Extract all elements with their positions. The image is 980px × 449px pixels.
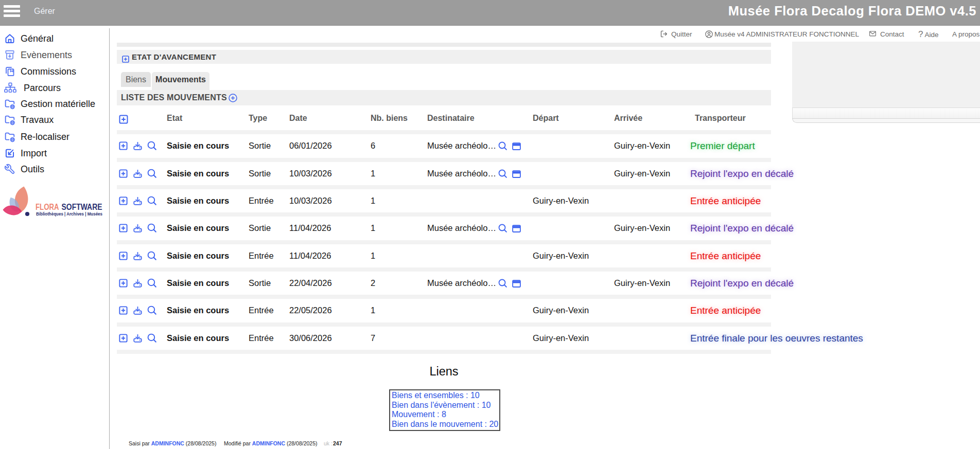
svg-text:Bibliothèques | Archives | Mus: Bibliothèques | Archives | Musées [36,211,102,217]
svg-text:FLORA: FLORA [36,202,59,211]
svg-text:SOFTWARE: SOFTWARE [62,202,102,211]
